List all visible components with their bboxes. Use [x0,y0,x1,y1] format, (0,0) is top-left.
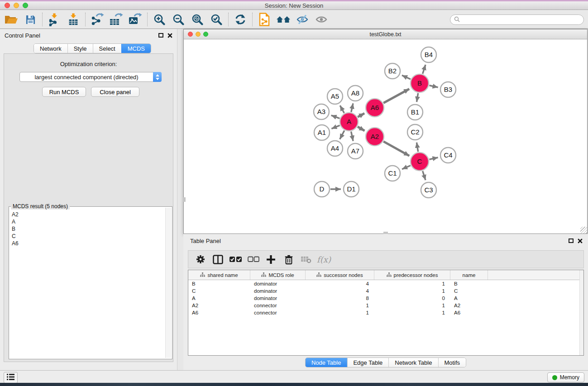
criterion-dropdown[interactable]: largest connected component (directed) [19,72,162,82]
graph-node-C4[interactable]: C4 [440,148,456,163]
graph-node-B1[interactable]: B1 [407,105,423,120]
graph-node-A[interactable]: A [340,113,358,131]
close-panel-icon[interactable] [167,33,172,38]
select-all-icon[interactable] [227,252,244,267]
edge-A-A5[interactable] [340,105,344,113]
network-close-button[interactable] [188,32,193,37]
mcds-result-item[interactable]: A6 [10,240,164,247]
tab-select[interactable]: Select [93,44,121,53]
graph-node-C2[interactable]: C2 [407,124,423,140]
export-image-icon[interactable] [127,12,144,27]
tab-node-table[interactable]: Node Table [306,358,347,367]
close-table-panel-icon[interactable] [578,238,583,243]
edge-B-B2[interactable] [402,75,411,79]
zoom-selected-icon[interactable] [208,12,225,27]
mcds-list-scrollbar[interactable] [165,208,171,358]
edge-B-B1[interactable] [417,93,418,102]
minimize-window-button[interactable] [14,3,19,8]
task-history-button[interactable] [4,372,18,383]
float-panel-icon[interactable] [158,33,163,38]
vertical-scroll-thumb[interactable] [183,197,186,202]
close-panel-button[interactable]: Close panel [91,87,139,97]
float-table-panel-icon[interactable] [569,238,574,243]
graph-node-B4[interactable]: B4 [421,47,436,62]
open-icon[interactable] [3,12,20,27]
show-columns-icon[interactable] [210,252,226,267]
edge-A2-C[interactable] [383,142,409,156]
graph-node-A7[interactable]: A7 [348,143,363,159]
graph-node-D[interactable]: D [314,181,330,197]
zoom-window-button[interactable] [23,3,28,8]
edge-C-C1[interactable] [402,166,411,169]
graph-node-B2[interactable]: B2 [385,63,400,79]
graph-node-C3[interactable]: C3 [421,182,436,198]
save-icon[interactable] [22,12,39,27]
table-row[interactable]: A2connector11A2 [188,302,583,309]
table-row[interactable]: Bdominator41B [188,280,583,287]
graph-node-B3[interactable]: B3 [440,82,456,97]
edge-A-A1[interactable] [331,125,339,129]
window-resize-grip[interactable] [580,227,587,234]
search-input[interactable] [462,16,583,24]
edge-C-C3[interactable] [423,171,425,180]
zoom-in-icon[interactable] [151,12,168,27]
tab-edge-table[interactable]: Edge Table [347,358,388,367]
export-network-icon[interactable] [89,12,106,27]
delete-icon[interactable] [280,252,297,267]
tab-motifs[interactable]: Motifs [438,358,466,367]
graph-node-A4[interactable]: A4 [327,141,343,156]
show-all-icon[interactable] [313,12,330,27]
new-network-from-selection-icon[interactable] [256,12,273,27]
graph-node-A1[interactable]: A1 [314,125,330,140]
column-header-predecessor-nodes[interactable]: predecessor nodes [374,270,450,280]
edge-A-A3[interactable] [331,115,340,119]
mcds-result-item[interactable]: A [10,218,164,225]
table-row[interactable]: Adominator80A [188,295,583,302]
edge-A-A7[interactable] [351,132,354,141]
graph-node-A5[interactable]: A5 [327,89,343,104]
import-table-icon[interactable] [65,12,82,27]
mcds-result-item[interactable]: B [10,225,164,233]
graph-node-C1[interactable]: C1 [385,166,400,181]
table-row[interactable]: Cdominator41C [188,287,583,295]
network-minimize-button[interactable] [196,32,201,37]
tab-style[interactable]: Style [67,44,93,53]
graph-node-A2[interactable]: A2 [366,128,384,146]
network-canvas[interactable]: AA1A2A3A4A5A6A7A8BB1B2B3B4CC1C2C3C4DD1 [184,39,587,234]
deselect-all-icon[interactable] [245,252,262,267]
edge-C-C2[interactable] [416,143,418,152]
edge-A-A6[interactable] [358,113,364,117]
network-zoom-button[interactable] [203,32,208,37]
column-header-shared-name[interactable]: shared name [188,270,250,280]
tab-mcds[interactable]: MCDS [121,44,151,53]
panel-splitter[interactable] [177,29,183,370]
run-mcds-button[interactable]: Run MCDS [42,87,86,97]
mcds-result-item[interactable]: C [10,233,164,240]
hide-selected-icon[interactable] [294,12,311,27]
graph-node-B[interactable]: B [411,74,429,92]
refresh-icon[interactable] [232,12,249,27]
graph-node-A8[interactable]: A8 [348,86,363,101]
zoom-fit-icon[interactable] [189,12,206,27]
graph-node-A3[interactable]: A3 [314,104,329,119]
import-network-icon[interactable] [46,12,63,27]
graph-node-A6[interactable]: A6 [366,99,384,117]
settings-icon[interactable] [192,252,209,267]
edge-B-B3[interactable] [429,86,438,87]
column-header-successor-nodes[interactable]: successor nodes [306,270,374,280]
tab-network-table[interactable]: Network Table [388,358,438,367]
edge-A-A8[interactable] [351,103,353,112]
edge-A6-B[interactable] [383,89,409,103]
add-icon[interactable] [263,252,279,267]
mcds-result-item[interactable]: A2 [10,211,164,218]
edge-A-A4[interactable] [340,130,344,139]
table-row[interactable]: A6connector11A6 [188,309,583,316]
zoom-out-icon[interactable] [170,12,187,27]
first-neighbors-icon[interactable] [275,12,292,27]
edge-B-B4[interactable] [423,65,425,74]
edge-C-C4[interactable] [429,157,438,159]
column-header-name[interactable]: name [450,270,488,280]
tab-network[interactable]: Network [34,44,67,53]
table-scrollbar[interactable] [579,270,583,355]
graph-node-C[interactable]: C [411,152,429,171]
